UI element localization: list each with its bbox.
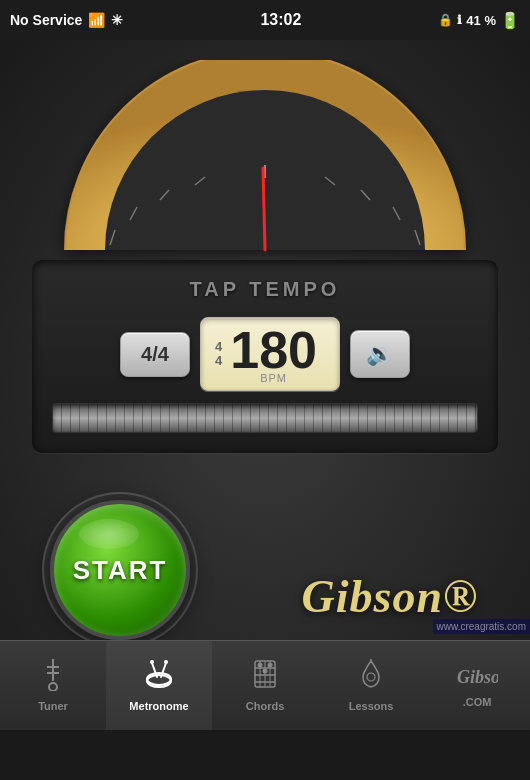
- time-sig-label: 4/4: [141, 343, 169, 365]
- slider-texture: [53, 404, 477, 432]
- tap-tempo-label[interactable]: TAP TEMPO: [52, 278, 478, 301]
- info-icon: ℹ: [457, 13, 462, 27]
- wifi-icon: 📶: [88, 12, 105, 28]
- battery-percent: 41 %: [466, 13, 496, 28]
- start-label: START: [73, 555, 168, 586]
- time-sig-bottom: 4: [215, 354, 222, 368]
- tuner-icon: [42, 659, 64, 696]
- svg-text:Gibson: Gibson: [457, 667, 498, 687]
- svg-point-13: [49, 683, 57, 691]
- gibson-com-label: .COM: [463, 696, 492, 708]
- chords-icon: [251, 659, 279, 696]
- tuner-label: Tuner: [38, 700, 68, 712]
- watermark: www.creagratis.com: [433, 619, 530, 634]
- bpm-display: 4 4 180 BPM: [200, 317, 340, 391]
- bpm-controls: 4/4 4 4 180 BPM 🔉: [52, 317, 478, 391]
- battery-icon: 🔋: [500, 11, 520, 30]
- main-content: TAP TEMPO 4/4 4 4 180 BPM 🔉: [0, 40, 530, 730]
- lessons-label: Lessons: [349, 700, 394, 712]
- gibson-logo-area: Gibson®: [300, 574, 480, 620]
- status-left: No Service 📶 ✳: [10, 12, 123, 28]
- tab-tuner[interactable]: Tuner: [0, 641, 106, 730]
- tab-bar: Tuner Metronome: [0, 640, 530, 730]
- metronome-label: Metronome: [129, 700, 188, 712]
- svg-line-9: [263, 168, 265, 250]
- lessons-icon: [356, 659, 386, 696]
- svg-point-19: [164, 660, 168, 664]
- gibson-logo: Gibson®: [300, 574, 480, 620]
- metronome-icon: [144, 659, 174, 696]
- time-sig-top: 4: [215, 340, 222, 354]
- svg-point-31: [367, 673, 375, 681]
- status-right: 🔒 ℹ 41 % 🔋: [438, 11, 520, 30]
- carrier-text: No Service: [10, 12, 82, 28]
- tempo-slider[interactable]: [52, 403, 478, 433]
- svg-point-29: [268, 663, 273, 668]
- time-sig-small: 4 4: [215, 340, 222, 369]
- gibson-text: Gibson: [302, 571, 443, 622]
- activity-icon: ✳: [111, 12, 123, 28]
- volume-button[interactable]: 🔉: [350, 330, 410, 378]
- tab-lessons[interactable]: Lessons: [318, 641, 424, 730]
- status-time: 13:02: [260, 11, 301, 29]
- bpm-column: 180 BPM: [230, 324, 317, 384]
- status-bar: No Service 📶 ✳ 13:02 🔒 ℹ 41 % 🔋: [0, 0, 530, 40]
- tab-chords[interactable]: Chords: [212, 641, 318, 730]
- gauge-svg: [25, 60, 505, 260]
- svg-point-27: [258, 663, 263, 668]
- tap-tempo-area[interactable]: TAP TEMPO 4/4 4 4 180 BPM 🔉: [32, 260, 498, 453]
- lock-icon: 🔒: [438, 13, 453, 27]
- svg-point-28: [263, 669, 268, 674]
- speaker-icon: 🔉: [366, 341, 393, 367]
- bpm-label: BPM: [260, 372, 287, 384]
- bpm-value: 180: [230, 324, 317, 376]
- registered-icon: ®: [443, 571, 478, 622]
- svg-point-18: [150, 660, 154, 664]
- chords-label: Chords: [246, 700, 285, 712]
- gauge-container: [0, 40, 530, 260]
- tab-metronome[interactable]: Metronome: [106, 641, 212, 730]
- time-signature-button[interactable]: 4/4: [120, 332, 190, 377]
- tab-gibson-com[interactable]: Gibson .COM: [424, 641, 530, 730]
- start-button-area: START: [50, 500, 190, 640]
- gibson-com-icon: Gibson: [456, 664, 498, 692]
- start-button[interactable]: START: [50, 500, 190, 640]
